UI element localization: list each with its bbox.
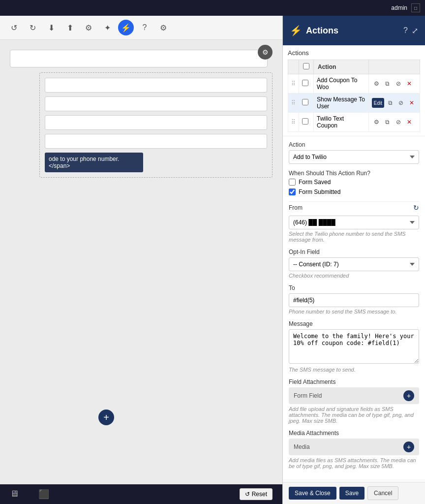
desktop-icon[interactable]: 🖥 [10,489,19,500]
form-submitted-label: Form Submitted [299,189,340,195]
row-1-checkbox[interactable] [302,80,308,86]
help-header-icon[interactable]: ? [403,26,408,35]
form-saved-checkbox[interactable] [289,179,296,186]
save-close-button[interactable]: Save & Close [289,487,336,500]
delete-btn-1[interactable]: ✕ [404,79,414,89]
star-icon[interactable]: ✦ [99,20,115,35]
table-row: ⠿ Show Message To User Edit ⧉ ⊘ ✕ [288,94,420,113]
action-select[interactable]: Add to Twilio [289,150,419,164]
right-body: Actions Action ⠿ [283,45,425,482]
form-saved-label: Form Saved [299,179,331,186]
actions-section-label: Actions [288,49,420,57]
check-cell-1 [299,74,314,94]
gear-btn-3[interactable]: ⚙ [372,117,382,127]
from-select[interactable]: (646) ██ ████ [289,216,419,229]
form-section: Action Add to Twilio When Should This Ac… [283,136,425,480]
action-name-1: Add Coupon To Woo [317,77,358,91]
canvas-top-block [10,50,268,67]
disable-btn-3[interactable]: ⊘ [394,117,403,127]
actions-section: Actions Action ⠿ [283,45,425,136]
form-submitted-checkbox[interactable] [289,189,296,195]
gear-toolbar-icon[interactable]: ⚙ [155,20,171,35]
table-row: ⠿ Twilio Text Coupon ⚙ ⧉ ⊘ ✕ [288,113,420,132]
message-hint: The SMS message to send. [289,367,419,373]
edit-btn-2[interactable]: Edit [372,98,384,108]
select-all-checkbox[interactable] [303,63,309,69]
table-row: ⠿ Add Coupon To Woo ⚙ ⧉ ⊘ ✕ [288,74,420,94]
action-name-2: Show Message To User [317,96,365,110]
drag-cell-1: ⠿ [288,74,299,94]
copy-btn-3[interactable]: ⧉ [383,117,393,127]
right-panel: ⚡ Actions ? ⤢ Actions Action [282,16,425,504]
add-field-button[interactable]: + [403,390,414,401]
col-check [299,60,314,74]
media-area: Media + [289,439,419,455]
action-btns-1: ⚙ ⧉ ⊘ ✕ [372,79,417,89]
copy-btn-1[interactable]: ⧉ [383,79,393,89]
row-2-checkbox[interactable] [302,99,308,105]
field-hint: Add file upload and signature fields as … [289,406,419,424]
to-form-group: To Phone number to send the SMS message … [289,284,419,315]
window-control[interactable]: □ [411,3,420,12]
cancel-button[interactable]: Cancel [367,486,398,500]
checkbox-group: Form Saved Form Submitted [289,179,419,195]
refresh-icon[interactable]: ↻ [413,204,419,212]
main-layout: ↺ ↻ ⬇ ⬆ ⚙ ✦ ⚡ ? ⚙ ⚙ ode to your phone nu… [0,16,425,504]
canvas-dashed-container: ode to your phone number.</span> [39,72,273,178]
to-input[interactable] [289,293,419,307]
form-saved-row: Form Saved [289,179,419,186]
when-run-group: When Should This Action Run? Form Saved … [289,170,419,195]
field-attachment-area: Form Field + [289,387,419,404]
action-name-cell-3: Twilio Text Coupon [314,113,369,132]
undo-icon[interactable]: ↺ [6,20,22,35]
canvas-inner-block-1 [45,78,267,93]
tablet-icon[interactable]: ⬛ [38,489,49,500]
toolbar: ↺ ↻ ⬇ ⬆ ⚙ ✦ ⚡ ? ⚙ [0,16,282,40]
action-btns-3: ⚙ ⧉ ⊘ ✕ [372,117,417,127]
help-toolbar-icon[interactable]: ? [137,20,152,35]
canvas-inner-block-2 [45,96,267,111]
copy-btn-2[interactable]: ⧉ [385,98,395,108]
message-form-group: Message Welcome to the family! Here's yo… [289,320,419,373]
drag-handle-1[interactable]: ⠿ [291,80,296,87]
message-textarea[interactable]: Welcome to the family! Here's your 10% o… [289,329,419,364]
disable-btn-2[interactable]: ⊘ [396,98,406,108]
optin-label: Opt-In Field [289,249,419,255]
redo-icon[interactable]: ↻ [25,20,40,35]
settings-icon[interactable]: ⚙ [81,20,96,35]
action-name-3: Twilio Text Coupon [317,115,344,129]
add-button[interactable]: + [98,410,114,425]
action-btns-cell-3: ⚙ ⧉ ⊘ ✕ [368,113,420,132]
expand-header-icon[interactable]: ⤢ [412,26,418,35]
canvas-text-block: ode to your phone number.</span> [45,153,143,172]
form-submitted-row: Form Submitted [289,189,419,195]
add-media-button[interactable]: + [403,441,414,452]
lightning-toolbar-icon[interactable]: ⚡ [118,20,134,35]
delete-btn-3[interactable]: ✕ [404,117,414,127]
delete-btn-2[interactable]: ✕ [407,98,417,108]
check-cell-2 [299,94,314,113]
download-icon[interactable]: ⬇ [43,20,59,35]
optin-select[interactable]: -- Consent (ID: 7) [289,257,419,271]
upload-icon[interactable]: ⬆ [62,20,78,35]
save-button[interactable]: Save [339,487,364,500]
canvas-inner-block-3 [45,115,267,130]
admin-label: admin [391,4,407,11]
media-btn-label: Media [294,443,310,450]
gear-btn-1[interactable]: ⚙ [372,79,382,89]
from-hint: Select the Twilio phone number to send t… [289,231,419,243]
drag-handle-3[interactable]: ⠿ [291,119,296,126]
check-cell-3 [299,113,314,132]
reset-button[interactable]: ↺ Reset [240,488,273,500]
from-row: From ↻ [289,204,419,212]
action-btns-cell-2: Edit ⧉ ⊘ ✕ [368,94,420,113]
divider-1 [289,201,419,202]
row-3-checkbox[interactable] [302,118,308,125]
disable-btn-1[interactable]: ⊘ [394,79,403,89]
drag-handle-2[interactable]: ⠿ [291,99,296,106]
media-hint: Add media files as SMS attachments. The … [289,457,419,469]
canvas-gear-icon[interactable]: ⚙ [258,45,273,60]
to-label: To [289,284,419,291]
message-label: Message [289,320,419,327]
action-btns-2: Edit ⧉ ⊘ ✕ [372,98,417,108]
